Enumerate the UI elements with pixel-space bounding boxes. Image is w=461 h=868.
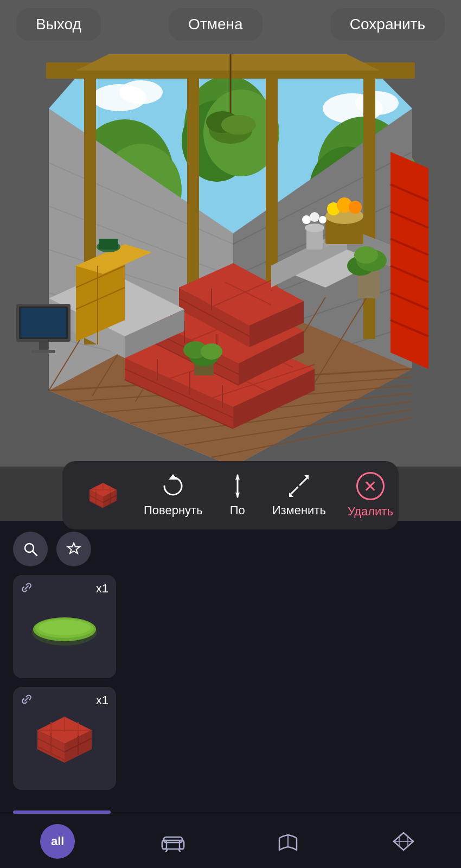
item-card-plate[interactable]: x1 <box>13 575 116 678</box>
svg-line-145 <box>300 477 308 485</box>
rotate-action[interactable]: Повернуть <box>144 473 203 518</box>
all-label: all <box>51 834 64 848</box>
svg-rect-94 <box>31 350 55 353</box>
svg-rect-101 <box>99 239 118 250</box>
change-action[interactable]: Изменить <box>272 473 326 518</box>
diamond-icon <box>392 831 415 852</box>
scale-action[interactable]: По <box>225 473 251 518</box>
svg-point-109 <box>302 215 311 224</box>
nav-furniture[interactable] <box>151 831 195 852</box>
svg-rect-92 <box>21 308 66 337</box>
search-button[interactable] <box>13 532 48 566</box>
svg-point-108 <box>305 224 324 232</box>
item-plate-image <box>29 602 100 651</box>
svg-marker-149 <box>68 543 80 553</box>
search-icon <box>23 541 38 557</box>
svg-point-119 <box>201 343 222 360</box>
svg-point-36 <box>221 115 256 135</box>
rotate-label: Повернуть <box>144 503 203 518</box>
nav-book[interactable] <box>266 831 310 852</box>
svg-marker-139 <box>169 474 177 480</box>
bottom-panel: x1 x1 <box>0 521 461 868</box>
save-button[interactable]: Сохранить <box>330 8 445 41</box>
svg-marker-141 <box>235 474 240 480</box>
svg-point-153 <box>39 620 91 635</box>
item-count-2: x1 <box>96 693 108 707</box>
nav-all[interactable]: all <box>36 824 79 859</box>
scale-label: По <box>230 503 245 518</box>
nav-diamond[interactable] <box>382 831 425 852</box>
change-label: Изменить <box>272 503 326 518</box>
item-brick-image <box>27 706 103 771</box>
item-count-1: x1 <box>96 582 108 596</box>
bottom-nav: all <box>0 814 461 868</box>
action-bar: Повернуть По Изменить ✕ Удалить <box>62 461 399 529</box>
svg-point-3 <box>119 80 163 104</box>
svg-point-106 <box>349 201 362 214</box>
svg-point-5 <box>355 91 399 115</box>
svg-line-148 <box>33 551 37 556</box>
delete-label: Удалить <box>348 505 393 519</box>
svg-point-110 <box>310 212 319 222</box>
item-card-brick[interactable]: x1 <box>13 687 116 790</box>
top-toolbar: Выход Отмена Сохранить <box>0 0 461 49</box>
favorites-button[interactable] <box>56 532 91 566</box>
cancel-button[interactable]: Отмена <box>169 8 262 41</box>
scene-area[interactable] <box>0 0 461 467</box>
items-grid: x1 x1 <box>0 575 461 799</box>
all-button[interactable]: all <box>40 824 75 859</box>
svg-rect-166 <box>162 840 184 849</box>
furniture-icon <box>159 831 187 852</box>
svg-marker-142 <box>235 493 240 498</box>
svg-marker-120 <box>390 152 428 369</box>
item-link-icon-1 <box>21 582 33 597</box>
delete-icon[interactable]: ✕ <box>356 472 385 500</box>
svg-point-115 <box>354 246 378 264</box>
svg-line-143 <box>290 487 298 495</box>
svg-point-111 <box>319 216 326 224</box>
svg-marker-32 <box>76 54 380 71</box>
exit-button[interactable]: Выход <box>16 8 101 41</box>
selected-item-preview <box>84 476 122 514</box>
star-icon <box>66 541 81 557</box>
book-icon <box>276 831 300 852</box>
delete-action[interactable]: ✕ Удалить <box>348 472 393 519</box>
item-link-icon-2 <box>21 693 33 709</box>
